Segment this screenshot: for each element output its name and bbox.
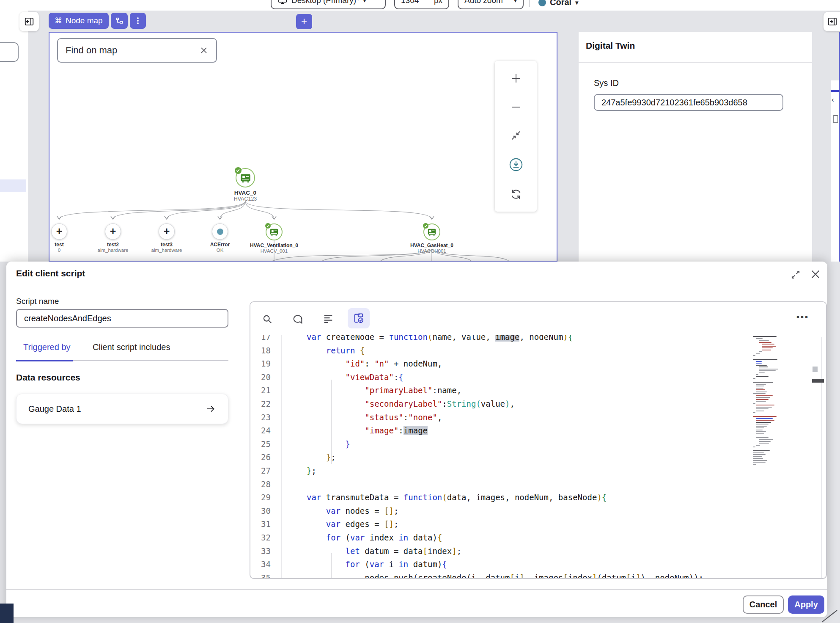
sys-id-input[interactable]: 247a5fe9930d72102361fe65b903d658 bbox=[594, 94, 783, 111]
minimap-line bbox=[756, 401, 766, 402]
component-tree-button[interactable] bbox=[111, 13, 128, 29]
refresh-map-button[interactable] bbox=[510, 188, 522, 201]
minimap-line bbox=[759, 370, 776, 371]
minimap-line bbox=[753, 378, 755, 379]
tab-triggered-by[interactable]: Triggered by bbox=[23, 342, 71, 352]
find-on-map-box[interactable]: Find on map bbox=[57, 38, 217, 63]
minimap-line bbox=[753, 403, 755, 404]
add-component-button[interactable]: + bbox=[296, 14, 312, 29]
map-node-test3[interactable]: +test3alm_hardware bbox=[137, 223, 196, 253]
code-line: var edges = []; bbox=[307, 517, 398, 531]
editor-comment-button[interactable] bbox=[290, 312, 305, 327]
collapse-left-panel-button[interactable] bbox=[19, 12, 39, 31]
script-name-input[interactable]: createNodesAndEdges bbox=[16, 309, 228, 328]
status-node[interactable] bbox=[212, 223, 228, 240]
map-node-HVAC_Ventilation_0[interactable]: HVAC_Ventilation_0HVACV_001 bbox=[244, 223, 304, 254]
selected-component-badge[interactable]: ⌘ Node map bbox=[49, 13, 109, 29]
device-node[interactable] bbox=[266, 223, 283, 240]
collapse-view-button[interactable] bbox=[510, 130, 522, 141]
cancel-button[interactable]: Cancel bbox=[743, 595, 784, 614]
editor-lint-button[interactable] bbox=[348, 308, 370, 328]
line-number: 35 bbox=[250, 571, 271, 578]
chevron-down-icon: ▾ bbox=[514, 0, 517, 4]
download-map-button[interactable] bbox=[509, 157, 523, 172]
minimap-line bbox=[753, 447, 755, 447]
code-line: var nodes = []; bbox=[307, 504, 398, 518]
zoom-selector-label: Auto zoom bbox=[464, 0, 503, 5]
minimap-line bbox=[756, 363, 762, 364]
apply-button[interactable]: Apply bbox=[788, 595, 824, 614]
hierarchy-icon bbox=[115, 17, 124, 25]
close-modal-button[interactable] bbox=[810, 268, 821, 280]
minimap-line bbox=[753, 464, 756, 465]
minimap-line bbox=[756, 422, 771, 423]
minimap-line bbox=[756, 395, 773, 396]
map-node-HVAC_0[interactable]: HVAC_0HVAC123 bbox=[216, 168, 275, 202]
node-label: test bbox=[49, 242, 89, 248]
map-node-test[interactable]: +test0 bbox=[49, 223, 89, 253]
theme-selector[interactable]: Coral ▾ bbox=[538, 0, 578, 7]
expand-node-button[interactable]: + bbox=[105, 223, 121, 240]
data-resource-item[interactable]: Gauge Data 1 bbox=[16, 394, 228, 424]
theme-selector-label: Coral bbox=[550, 0, 571, 7]
code-editor[interactable]: ••• 17var createNode = function(name, va… bbox=[250, 301, 827, 579]
check-badge-icon bbox=[423, 223, 428, 229]
script-check-icon bbox=[353, 312, 365, 324]
device-node[interactable] bbox=[423, 223, 440, 240]
map-node-test2[interactable]: +test2alm_hardware bbox=[83, 223, 143, 253]
scrollbar-piece[interactable] bbox=[813, 367, 818, 372]
minimap-line bbox=[756, 361, 762, 362]
editor-search-button[interactable] bbox=[260, 312, 275, 327]
zoom-out-button[interactable] bbox=[510, 101, 522, 113]
close-icon bbox=[810, 268, 821, 280]
device-selector[interactable]: Desktop (Primary)* ▾ bbox=[271, 0, 386, 9]
data-resource-label: Gauge Data 1 bbox=[28, 404, 205, 414]
line-number: 20 bbox=[250, 370, 271, 384]
script-name-value: createNodesAndEdges bbox=[24, 314, 111, 323]
zoom-selector[interactable]: Auto zoom ▾ bbox=[458, 0, 524, 9]
code-line: "image":image bbox=[307, 424, 428, 437]
node-sublabel: alm_hardware bbox=[83, 248, 143, 253]
minimap-line bbox=[756, 427, 764, 428]
sidebar-selected-row[interactable] bbox=[0, 179, 26, 192]
tab-client-script-includes[interactable]: Client script includes bbox=[93, 342, 170, 352]
code-area[interactable]: 17var createNode = function(name, value,… bbox=[250, 335, 826, 578]
minimap-line bbox=[756, 433, 764, 434]
edit-client-script-modal: Edit client script Script name createNod… bbox=[6, 262, 827, 617]
viewport-width-input[interactable]: 1304 px bbox=[394, 0, 449, 9]
find-on-map-input[interactable]: Find on map bbox=[66, 45, 199, 56]
component-more-button[interactable] bbox=[130, 13, 146, 29]
minimap-line bbox=[756, 338, 763, 339]
minimap-line bbox=[753, 458, 763, 459]
minimap-line bbox=[753, 359, 777, 360]
node-sublabel: alm_hardware bbox=[137, 248, 196, 253]
viewport-width-value: 1304 bbox=[401, 0, 419, 5]
editor-format-button[interactable] bbox=[321, 312, 336, 327]
device-node[interactable] bbox=[236, 168, 255, 187]
chevron-left-icon[interactable]: ‹ bbox=[832, 96, 834, 104]
expand-modal-button[interactable] bbox=[790, 269, 801, 280]
panel-title: Digital Twin bbox=[586, 41, 635, 51]
node-map-canvas[interactable]: Find on map HVAC_0HVAC123+test0+test2alm… bbox=[49, 32, 557, 262]
collapse-right-panel-button[interactable] bbox=[824, 12, 840, 31]
indent-guide bbox=[312, 513, 312, 578]
scrollbar-handle[interactable] bbox=[812, 379, 824, 383]
zoom-in-button[interactable] bbox=[510, 72, 522, 85]
map-node-HVAC_GasHeat_0[interactable]: HVAC_GasHeat_0HVACGH001 bbox=[402, 223, 461, 254]
minimap-line bbox=[759, 443, 769, 444]
clipboard-icon[interactable] bbox=[833, 115, 838, 123]
expand-node-button[interactable]: + bbox=[159, 223, 175, 240]
sidebar-pill-cutoff[interactable] bbox=[0, 42, 19, 62]
minimap-line bbox=[753, 393, 766, 394]
minimap-line bbox=[756, 418, 773, 419]
line-number: 30 bbox=[250, 504, 271, 518]
editor-more-button[interactable]: ••• bbox=[796, 312, 809, 322]
minimap-line bbox=[756, 391, 767, 392]
kebab-menu-icon bbox=[134, 17, 142, 25]
map-node-ACError[interactable]: ACErrorOK bbox=[190, 223, 250, 253]
minimap-line bbox=[759, 372, 765, 373]
expand-node-button[interactable]: + bbox=[51, 223, 67, 240]
panel-collapse-right-icon bbox=[827, 16, 838, 27]
close-icon[interactable] bbox=[199, 46, 209, 55]
minimap-line bbox=[762, 346, 776, 347]
